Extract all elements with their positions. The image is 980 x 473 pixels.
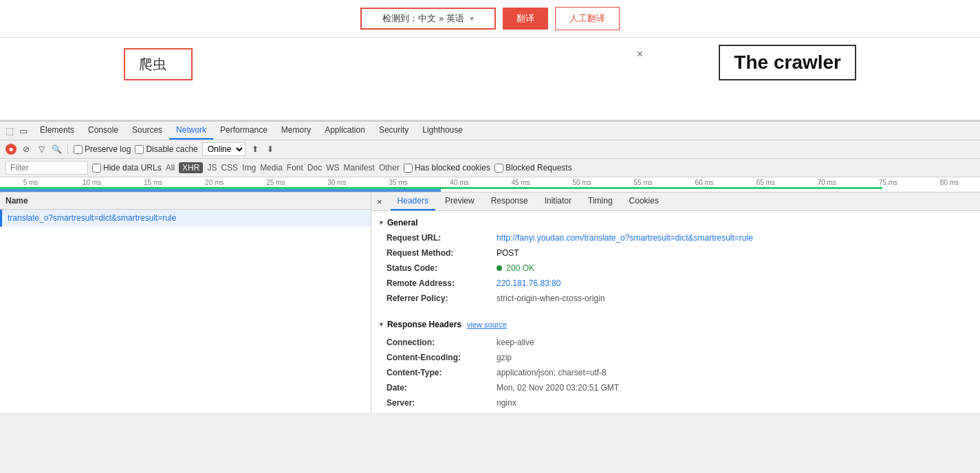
disable-cache-checkbox[interactable] — [135, 145, 144, 154]
has-blocked-cookies-checkbox[interactable] — [404, 164, 413, 173]
english-text-box: The crawler — [719, 45, 856, 80]
filter-tag-xhr[interactable]: XHR — [179, 162, 203, 173]
timeline-label-80: 80 ms — [919, 179, 980, 186]
rh-content-type-key: Content-Type: — [386, 366, 497, 379]
status-code-row: Status Code: 200 OK — [378, 261, 973, 276]
response-headers-title: Response Headers — [378, 317, 461, 332]
blocked-requests-label[interactable]: Blocked Requests — [494, 163, 572, 173]
referrer-policy-row: Referrer Policy: strict-origin-when-cros… — [378, 291, 973, 306]
rh-content-type-row: Content-Type: application/json; charset=… — [378, 365, 973, 380]
view-source-link[interactable]: view source — [467, 320, 507, 329]
detail-tab-cookies[interactable]: Cookies — [622, 192, 666, 210]
stop-icon[interactable]: ⊘ — [21, 144, 32, 155]
request-method-val: POST — [497, 247, 519, 259]
rh-transfer-encoding-key: Transfer-Encoding: — [386, 412, 497, 412]
import-icon[interactable]: ⬆ — [250, 144, 261, 155]
rh-date-val: Mon, 02 Nov 2020 03:20:51 GMT — [497, 382, 619, 394]
network-row[interactable]: translate_o?smartresult=dict&smartresult… — [0, 210, 371, 227]
detail-tab-preview[interactable]: Preview — [438, 192, 481, 210]
referrer-policy-key: Referrer Policy: — [386, 292, 497, 305]
network-row-url: translate_o?smartresult=dict&smartresult… — [8, 213, 176, 223]
close-button[interactable]: × — [637, 48, 643, 60]
network-detail: × Headers Preview Response Initiator Tim… — [371, 192, 980, 412]
rh-content-encoding-key: Content-Encoding: — [386, 351, 497, 364]
page-content: 爬虫 × The crawler — [0, 38, 980, 120]
rh-content-encoding-row: Content-Encoding: gzip — [378, 350, 973, 365]
filter-tag-font[interactable]: Font — [287, 163, 303, 173]
disable-cache-label[interactable]: Disable cache — [135, 144, 197, 154]
response-headers-section: Response Headers view source Connection:… — [371, 310, 980, 412]
rh-connection-row: Connection: keep-alive — [378, 335, 973, 350]
hide-data-urls-checkbox[interactable] — [92, 164, 101, 173]
filter-tag-js[interactable]: JS — [207, 163, 217, 173]
timeline-label-15: 15 ms — [122, 179, 184, 186]
separator-1 — [67, 144, 68, 155]
rh-content-encoding-val: gzip — [497, 351, 512, 364]
devtools-main: Name translate_o?smartresult=dict&smartr… — [0, 192, 980, 412]
timeline-label-70: 70 ms — [796, 179, 858, 186]
disable-cache-text: Disable cache — [146, 144, 197, 154]
tab-elements[interactable]: Elements — [33, 122, 81, 140]
request-method-key: Request Method: — [386, 247, 497, 259]
hide-data-urls-label[interactable]: Hide data URLs — [92, 163, 162, 173]
filter-tag-img[interactable]: Img — [242, 163, 256, 173]
rh-server-val: nginx — [497, 397, 516, 409]
timeline-label-65: 65 ms — [735, 179, 796, 186]
tab-performance[interactable]: Performance — [213, 122, 274, 140]
detail-tab-timing[interactable]: Timing — [581, 192, 620, 210]
tab-lighthouse[interactable]: Lighthouse — [415, 122, 470, 140]
status-code-key: Status Code: — [386, 262, 497, 274]
filter-icon[interactable]: ▽ — [36, 144, 47, 155]
preserve-log-label[interactable]: Preserve log — [74, 144, 131, 154]
export-icon[interactable]: ⬇ — [265, 144, 276, 155]
tab-network[interactable]: Network — [169, 122, 213, 140]
filter-tag-ws[interactable]: WS — [326, 163, 339, 173]
filter-tag-css[interactable]: CSS — [221, 163, 238, 173]
detail-tab-response[interactable]: Response — [484, 192, 535, 210]
referrer-policy-val: strict-origin-when-cross-origin — [497, 292, 605, 305]
filter-input[interactable] — [6, 161, 88, 175]
general-section-title: General — [378, 215, 973, 230]
status-dot — [497, 265, 502, 271]
request-url-key: Request URL: — [386, 232, 497, 244]
detail-tab-headers[interactable]: Headers — [391, 192, 435, 210]
tab-console[interactable]: Console — [81, 122, 125, 140]
filter-tag-manifest[interactable]: Manifest — [344, 163, 375, 173]
detect-dropdown[interactable]: ▾ — [470, 14, 474, 23]
device-icon[interactable]: ▭ — [19, 126, 28, 136]
filter-tag-media[interactable]: Media — [260, 163, 283, 173]
network-name-column: Name — [6, 196, 28, 206]
timeline: 5 ms 10 ms 15 ms 20 ms 25 ms 30 ms 35 ms… — [0, 177, 980, 192]
detail-close-icon[interactable]: × — [377, 197, 382, 207]
remote-address-row: Remote Address: 220.181.76.83:80 — [378, 276, 973, 291]
timeline-label-60: 60 ms — [674, 179, 735, 186]
rh-connection-val: keep-alive — [497, 336, 534, 349]
network-throttle-select[interactable]: Online — [202, 142, 246, 156]
detail-tab-initiator[interactable]: Initiator — [538, 192, 578, 210]
rh-server-key: Server: — [386, 397, 497, 409]
timeline-label-40: 40 ms — [428, 179, 490, 186]
timeline-blue-bar — [0, 189, 441, 192]
timeline-label-75: 75 ms — [858, 179, 919, 186]
rh-connection-key: Connection: — [386, 336, 497, 349]
tab-sources[interactable]: Sources — [125, 122, 169, 140]
preserve-log-checkbox[interactable] — [74, 145, 83, 154]
timeline-label-10: 10 ms — [61, 179, 122, 186]
tab-application[interactable]: Application — [318, 122, 372, 140]
tab-memory[interactable]: Memory — [274, 122, 318, 140]
blocked-requests-checkbox[interactable] — [494, 164, 503, 173]
timeline-labels: 5 ms 10 ms 15 ms 20 ms 25 ms 30 ms 35 ms… — [0, 179, 980, 186]
timeline-label-5: 5 ms — [0, 179, 61, 186]
record-icon[interactable]: ● — [6, 144, 17, 155]
filter-tag-all[interactable]: All — [166, 163, 175, 173]
manual-translate-button[interactable]: 人工翻译 — [555, 7, 620, 30]
search-icon[interactable]: 🔍 — [51, 144, 62, 155]
tab-security[interactable]: Security — [372, 122, 415, 140]
inspect-icon[interactable]: ⬚ — [6, 126, 14, 136]
filter-tag-doc[interactable]: Doc — [307, 163, 322, 173]
translate-button[interactable]: 翻译 — [503, 8, 548, 30]
rh-content-type-val: application/json; charset=utf-8 — [497, 366, 607, 379]
filter-tag-other[interactable]: Other — [379, 163, 400, 173]
has-blocked-cookies-label[interactable]: Has blocked cookies — [404, 163, 490, 173]
english-text: The crawler — [734, 52, 841, 73]
